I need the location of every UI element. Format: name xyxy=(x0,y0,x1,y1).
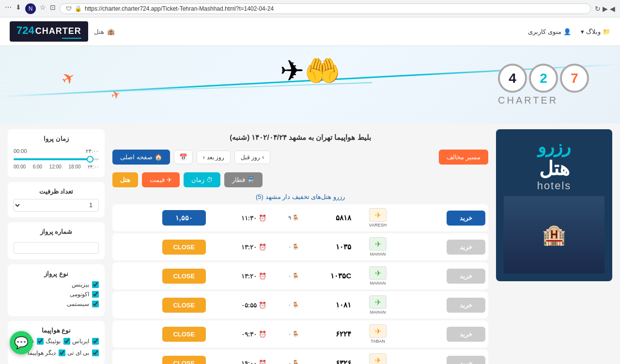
user-menu-label: منوی کاربری xyxy=(528,28,561,35)
seat-cell-0: 🪑 ۹ xyxy=(269,204,302,231)
chevron-left-icon: ‹ xyxy=(203,154,205,161)
reverse-route-button[interactable]: مسیر مخالف xyxy=(439,150,488,165)
download-icon[interactable]: ⬇ xyxy=(16,3,21,14)
checkbox-airbus-input[interactable] xyxy=(92,338,99,345)
back-icon[interactable]: ◀ xyxy=(610,5,615,13)
range-thumb[interactable] xyxy=(87,156,93,163)
price-value-4: ۶۲۲۴ xyxy=(336,330,351,338)
refresh-icon[interactable]: ↻ xyxy=(595,5,601,13)
hotel-tab-button[interactable]: هتل xyxy=(112,172,138,187)
airline-logo-0: ✈ VARESH xyxy=(357,208,398,228)
hotel-ad-banner[interactable]: رزرو هتل hotels 🏨 xyxy=(496,129,612,281)
extend-icon[interactable]: ⋯ xyxy=(5,3,12,14)
prev-day-button[interactable]: › روز قبل xyxy=(234,151,270,164)
buy-button-4[interactable]: خرید xyxy=(447,327,485,342)
airline-cell-3: ✈ MAHAN xyxy=(354,291,401,318)
url-text: https://charter.charter724.app/Ticket-Te… xyxy=(85,5,274,12)
airline-name-4: TABAN xyxy=(371,339,385,344)
buy-button-5[interactable]: خرید xyxy=(447,356,485,364)
seat-count-2: ۰ xyxy=(288,273,291,279)
price-value-1: ۱۰۳۵ xyxy=(336,243,351,251)
range-tick-labels: ۲۴:۰۰ 18:00 12:00 6:00 00:00 xyxy=(14,164,99,169)
browser-bar: ◀ ▶ ↻ 🛡 🔒 https://charter.charter724.app… xyxy=(0,0,620,17)
bookmark-icon[interactable]: ⊡ xyxy=(50,3,56,14)
tab-time-label: زمان xyxy=(191,176,204,183)
home-label: صفحه اصلی xyxy=(120,153,153,161)
checkbox-other-plane-input[interactable] xyxy=(59,349,65,356)
hotel-reservation-link[interactable]: رزرو هتل‌های تخفیف دار مشهد (5) xyxy=(112,191,488,202)
nav-item-blog[interactable]: 📁 وبلاگ ▾ xyxy=(581,28,610,35)
hotels-text: hotels xyxy=(537,180,572,192)
seat-count-1: ۰ xyxy=(288,243,291,250)
prev-day-label: روز قبل xyxy=(241,154,260,161)
close-button-2[interactable]: CLOSE xyxy=(162,269,206,284)
checkbox-sistemi: سیستمی xyxy=(14,301,99,307)
seat-icon-3: 🪑 xyxy=(292,302,299,308)
buy-button-0[interactable]: خرید xyxy=(447,211,485,226)
airline-icon-varesh: ✈ xyxy=(369,208,387,222)
seat-info-5: 🪑 ۰ xyxy=(272,360,299,364)
chevron-right-icon: › xyxy=(262,154,264,161)
close-button-5[interactable]: CLOSE xyxy=(162,356,206,364)
tick-1: 18:00 xyxy=(69,164,81,169)
forward-icon[interactable]: ▶ xyxy=(603,5,608,13)
calendar-button[interactable]: 📅 xyxy=(174,150,193,164)
hotel-tab-label: هتل xyxy=(120,176,130,183)
seat-info-0: 🪑 ۹ xyxy=(272,214,299,221)
home-button[interactable]: 🏠 صفحه اصلی xyxy=(112,150,170,165)
bizness-label: بیزینس xyxy=(72,281,89,288)
logo-container: CHARTER 724 xyxy=(10,21,88,42)
address-bar[interactable]: 🛡 🔒 https://charter.charter724.app/Ticke… xyxy=(60,3,591,14)
close-button-3[interactable]: CLOSE xyxy=(162,298,206,313)
lock-icon: 🔒 xyxy=(75,5,82,12)
star-icon[interactable]: ☆ xyxy=(40,3,46,14)
seat-icon-5: 🪑 xyxy=(292,360,299,364)
tab-price[interactable]: ✈ قیمت xyxy=(142,172,180,187)
boeing-label: بوئینگ xyxy=(46,338,61,345)
capacity-filter: تعداد ظرفیت 1 2 3 4 xyxy=(8,182,105,217)
top-nav: 📁 وبلاگ ▾ 👤 منوی کاربری 🏨 هتل CHARTER 72… xyxy=(0,17,620,46)
flight-type-filter: نوع پرواز بیزینس اکونومی سیستمی xyxy=(8,264,105,316)
logo-underline xyxy=(62,38,81,39)
flight-number-input[interactable] xyxy=(14,242,99,254)
buy-button-3[interactable]: خرید xyxy=(447,298,485,313)
browser-right-icons: ⊡ ☆ N ⬇ ⋯ xyxy=(5,3,56,14)
whatsapp-button[interactable]: 💬 xyxy=(10,331,33,354)
seat-count-4: ۰ xyxy=(288,331,291,337)
economy-label: اکونومی xyxy=(70,291,89,298)
hotel-nav-item[interactable]: 🏨 هتل xyxy=(94,28,115,35)
tab-train[interactable]: 🚆 قطار xyxy=(224,172,263,187)
tab-time[interactable]: ⏱ زمان xyxy=(184,172,220,187)
price-cell-4: ۶۲۲۴ xyxy=(302,320,354,348)
capacity-select[interactable]: 1 2 3 4 xyxy=(14,199,99,212)
buy-cell-4: خرید xyxy=(402,320,488,348)
buy-button-1[interactable]: خرید xyxy=(447,240,485,255)
buy-button-2[interactable]: خرید xyxy=(447,269,485,284)
checkbox-bat-input[interactable] xyxy=(92,349,99,356)
checkbox-sistemi-input[interactable] xyxy=(92,301,99,307)
tick-4: 00:00 xyxy=(14,164,26,169)
price-button-0[interactable]: ۱,۵۵۰ xyxy=(162,210,206,226)
nav-item-user[interactable]: 👤 منوی کاربری xyxy=(528,28,571,35)
nav-left: 📁 وبلاگ ▾ 👤 منوی کاربری xyxy=(528,28,610,35)
seat-cell-4: 🪑 ۰ xyxy=(269,320,302,348)
profile-icon[interactable]: N xyxy=(25,3,36,14)
status-cell-3: CLOSE xyxy=(112,291,209,318)
next-day-button[interactable]: روز بعد ‹ xyxy=(197,151,231,164)
table-row: خرید ✈ TABAN ۶۳۲۶ xyxy=(112,349,488,364)
close-button-1[interactable]: CLOSE xyxy=(162,240,206,255)
close-button-4[interactable]: CLOSE xyxy=(162,327,206,342)
sistemi-label: سیستمی xyxy=(67,301,89,307)
buy-cell-2: خرید xyxy=(402,262,488,289)
airline-logo-2: ✈ MAHAN xyxy=(357,266,398,286)
checkbox-economy-input[interactable] xyxy=(92,291,99,298)
table-row: خرید ✈ VARESH ۵۸۱۸ xyxy=(112,204,488,231)
seat-cell-5: 🪑 ۰ xyxy=(269,349,302,364)
checkbox-boeing-input[interactable] xyxy=(63,338,70,345)
checkbox-other-plane: دیگر هواپیما xyxy=(28,349,65,356)
checkbox-bizness-input[interactable] xyxy=(92,281,99,288)
tab-train-label: قطار xyxy=(232,176,245,183)
checkbox-fokker-input[interactable] xyxy=(37,338,44,345)
airline-icon-taban1: ✈ xyxy=(369,324,387,338)
hotel-ad-image: 🏨 xyxy=(504,196,604,273)
